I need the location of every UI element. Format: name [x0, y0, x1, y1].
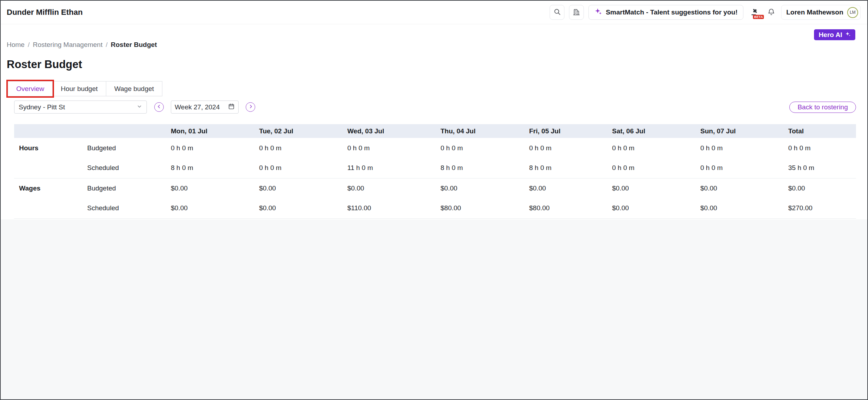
- column-header-tue: Tue, 02 Jul: [254, 124, 342, 138]
- chevron-right-icon: [248, 104, 253, 110]
- cell: $0.00: [436, 178, 524, 198]
- column-header-fri: Fri, 05 Jul: [524, 124, 607, 138]
- notifications-button[interactable]: [766, 5, 777, 20]
- header-actions: SmartMatch - Talent suggestions for you!…: [550, 5, 861, 20]
- main-content: Hero AI Home / Rostering Management / Ro…: [1, 24, 867, 219]
- location-select-value: Sydney - Pitt St: [19, 103, 65, 111]
- cell-total: 35 h 0 m: [783, 158, 856, 178]
- table-row-wages-scheduled: Scheduled $0.00 $0.00 $110.00 $80.00 $80…: [14, 198, 856, 218]
- search-button[interactable]: [550, 5, 564, 20]
- user-name: Loren Mathewson: [786, 8, 843, 16]
- hero-ai-button[interactable]: Hero AI: [814, 29, 855, 40]
- search-icon: [553, 8, 561, 17]
- beta-feature-button[interactable]: BETA: [748, 5, 761, 20]
- tab-wage-budget[interactable]: Wage budget: [106, 81, 162, 96]
- cell: 0 h 0 m: [524, 138, 607, 158]
- cell: 11 h 0 m: [342, 158, 436, 178]
- column-header-mon: Mon, 01 Jul: [166, 124, 254, 138]
- cell: $0.00: [166, 198, 254, 218]
- week-picker-input[interactable]: Week 27, 2024: [171, 101, 239, 114]
- table-row-wages-budgeted: Wages Budgeted $0.00 $0.00 $0.00 $0.00 $…: [14, 178, 856, 198]
- column-header: [82, 124, 166, 138]
- row-type-label: Budgeted: [82, 178, 166, 198]
- building-icon: [573, 8, 580, 17]
- chevron-left-icon: [157, 104, 162, 110]
- breadcrumb: Home / Rostering Management / Roster Bud…: [1, 24, 867, 49]
- cell: 0 h 0 m: [695, 138, 783, 158]
- table-header-row: Mon, 01 Jul Tue, 02 Jul Wed, 03 Jul Thu,…: [14, 124, 856, 138]
- previous-week-button[interactable]: [154, 102, 164, 112]
- sparkle-icon: [594, 8, 602, 17]
- cell: $0.00: [342, 178, 436, 198]
- row-group-label: Hours: [14, 138, 82, 158]
- beta-badge: BETA: [753, 15, 764, 19]
- tab-hour-budget-label: Hour budget: [61, 85, 98, 93]
- cell: 0 h 0 m: [166, 138, 254, 158]
- column-header-wed: Wed, 03 Jul: [342, 124, 436, 138]
- cell: $0.00: [254, 178, 342, 198]
- column-header-total: Total: [783, 124, 856, 138]
- back-to-rostering-button[interactable]: Back to rostering: [789, 102, 856, 113]
- tab-wage-budget-label: Wage budget: [114, 85, 154, 93]
- row-group-label: Wages: [14, 178, 82, 198]
- cell: 0 h 0 m: [436, 138, 524, 158]
- smartmatch-button[interactable]: SmartMatch - Talent suggestions for you!: [588, 5, 743, 20]
- cell: $0.00: [607, 178, 695, 198]
- page-title: Roster Budget: [7, 58, 867, 71]
- next-week-button[interactable]: [246, 102, 255, 112]
- smartmatch-label: SmartMatch - Talent suggestions for you!: [606, 8, 737, 16]
- breadcrumb-separator: /: [106, 41, 107, 49]
- cell: 0 h 0 m: [342, 138, 436, 158]
- chevron-down-icon: [137, 103, 142, 111]
- row-type-label: Scheduled: [82, 198, 166, 218]
- breadcrumb-current: Roster Budget: [111, 41, 157, 49]
- cell-total: $0.00: [783, 178, 856, 198]
- page-background-area: [1, 219, 867, 399]
- cell: $110.00: [342, 198, 436, 218]
- organisation-button[interactable]: [569, 5, 584, 20]
- row-group-label: [14, 198, 82, 218]
- cell: $0.00: [254, 198, 342, 218]
- cell: $0.00: [695, 178, 783, 198]
- row-group-label: [14, 158, 82, 178]
- column-header: [14, 124, 82, 138]
- cell: 0 h 0 m: [254, 158, 342, 178]
- column-header-thu: Thu, 04 Jul: [436, 124, 524, 138]
- cell: 0 h 0 m: [695, 158, 783, 178]
- bell-icon: [767, 8, 775, 17]
- cell-total: $270.00: [783, 198, 856, 218]
- cell: 0 h 0 m: [607, 158, 695, 178]
- roster-budget-table: Mon, 01 Jul Tue, 02 Jul Wed, 03 Jul Thu,…: [14, 124, 856, 219]
- location-select[interactable]: Sydney - Pitt St: [14, 101, 147, 114]
- row-type-label: Budgeted: [82, 138, 166, 158]
- breadcrumb-home[interactable]: Home: [7, 41, 25, 49]
- cell: $80.00: [436, 198, 524, 218]
- column-header-sun: Sun, 07 Jul: [695, 124, 783, 138]
- breadcrumb-rostering-management[interactable]: Rostering Management: [33, 41, 103, 49]
- avatar: LM: [847, 7, 858, 18]
- cell: $0.00: [695, 198, 783, 218]
- cell: 0 h 0 m: [254, 138, 342, 158]
- cell: 8 h 0 m: [524, 158, 607, 178]
- cell: $0.00: [607, 198, 695, 218]
- row-type-label: Scheduled: [82, 158, 166, 178]
- cell: 8 h 0 m: [166, 158, 254, 178]
- tab-hour-budget[interactable]: Hour budget: [52, 81, 106, 96]
- breadcrumb-separator: /: [28, 41, 30, 49]
- column-header-sat: Sat, 06 Jul: [607, 124, 695, 138]
- table-row-hours-scheduled: Scheduled 8 h 0 m 0 h 0 m 11 h 0 m 8 h 0…: [14, 158, 856, 178]
- sparkle-icon: [845, 31, 851, 39]
- brand-title: Dunder Mifflin Ethan: [7, 8, 83, 17]
- calendar-icon: [228, 103, 235, 111]
- week-picker-value: Week 27, 2024: [175, 103, 220, 111]
- hero-ai-label: Hero AI: [819, 31, 842, 39]
- cell: 0 h 0 m: [607, 138, 695, 158]
- user-menu-button[interactable]: Loren Mathewson LM: [781, 5, 861, 20]
- tab-overview-label: Overview: [16, 85, 44, 93]
- top-header: Dunder Mifflin Ethan: [1, 1, 867, 24]
- app-window: Dunder Mifflin Ethan: [0, 0, 868, 400]
- tab-overview[interactable]: Overview: [8, 81, 53, 96]
- cell: $80.00: [524, 198, 607, 218]
- cell-total: 0 h 0 m: [783, 138, 856, 158]
- table-row-hours-budgeted: Hours Budgeted 0 h 0 m 0 h 0 m 0 h 0 m 0…: [14, 138, 856, 158]
